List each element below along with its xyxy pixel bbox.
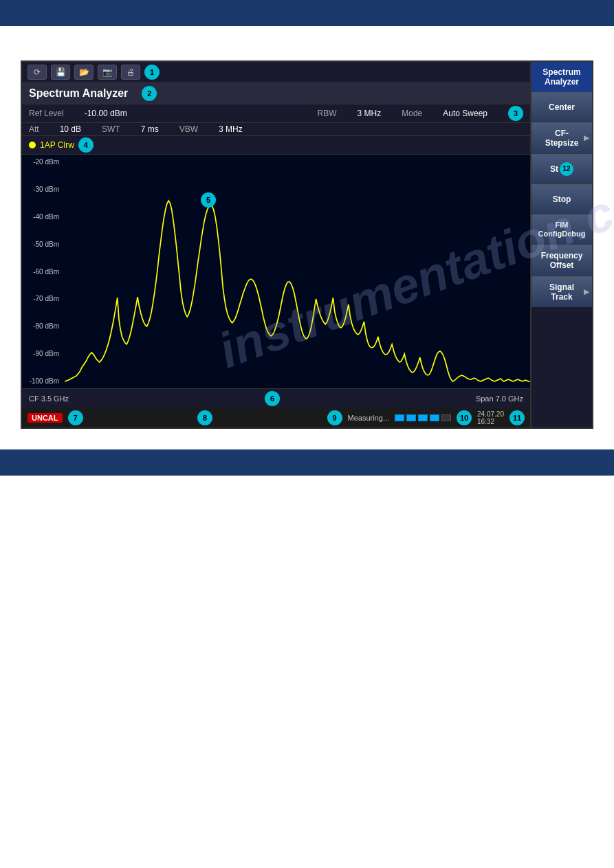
load-icon[interactable]: 📂: [74, 65, 94, 80]
stop-button[interactable]: Stop: [531, 184, 592, 214]
measuring-text: Measuring...: [348, 414, 390, 422]
center-label: Center: [549, 102, 575, 112]
y-label-2: -40 dBm: [25, 213, 62, 221]
y-label-3: -50 dBm: [25, 241, 62, 248]
y-label-7: -90 dBm: [25, 350, 62, 357]
status-bar: UNCAL 7 8 9 Measuring... 10 24.07.2016:3…: [22, 408, 530, 427]
vbw-label: VBW: [179, 124, 198, 134]
print-icon[interactable]: 🖨: [121, 65, 140, 80]
top-bar: [0, 0, 614, 26]
progress-bar: [395, 414, 451, 421]
prog-4: [430, 414, 439, 421]
badge-5: 5: [201, 192, 216, 208]
start-button[interactable]: St 12: [531, 154, 592, 184]
mode-label: Mode: [402, 109, 422, 118]
signal-waveform: [65, 155, 530, 388]
frequency-offset-label: FrequencyOffset: [541, 251, 583, 271]
preset-icon[interactable]: ⟳: [28, 65, 47, 80]
instrument-wrapper: ⟳ 💾 📂 📷 🖨 1 Spectrum Analyzer 2 Ref Leve…: [21, 60, 593, 429]
analyzer-title: Spectrum Analyzer: [29, 87, 128, 100]
y-label-6: -80 dBm: [25, 322, 62, 330]
cf-stepsize-button[interactable]: CF-Stepsize ▶: [531, 122, 592, 154]
y-label-0: -20 dBm: [25, 158, 62, 166]
badge-11: 11: [509, 410, 525, 425]
fim-config-button[interactable]: FIMConfigDebug: [531, 214, 592, 245]
instrument-display: ⟳ 💾 📂 📷 🖨 1 Spectrum Analyzer 2 Ref Leve…: [21, 60, 531, 429]
rbw-label: RBW: [318, 109, 337, 118]
toolbar-row: ⟳ 💾 📂 📷 🖨 1: [22, 62, 530, 83]
trace-dot: [29, 142, 36, 148]
y-label-4: -60 dBm: [25, 268, 62, 276]
bottom-bar: [0, 449, 614, 476]
timestamp: 24.07.2016:32: [477, 410, 504, 425]
badge-9: 9: [327, 410, 342, 425]
x-axis-right: Span 7.0 GHz: [476, 394, 523, 403]
badge-3: 3: [508, 106, 523, 121]
badge-6: 6: [265, 391, 280, 406]
ref-level-label: Ref Level: [29, 109, 64, 118]
prog-2: [406, 414, 416, 421]
badge-7: 7: [68, 410, 83, 425]
swt-value: 7 ms: [141, 124, 159, 134]
center-button[interactable]: Center: [531, 92, 592, 122]
badge-12: 12: [560, 162, 573, 176]
cf-stepsize-arrow: ▶: [584, 134, 589, 142]
cf-stepsize-label: CF-Stepsize: [545, 129, 579, 148]
signal-track-label: SignalTrack: [549, 282, 574, 302]
vbw-value: 3 MHz: [219, 124, 243, 134]
signal-track-button[interactable]: SignalTrack ▶: [531, 276, 592, 308]
fim-config-label: FIMConfigDebug: [538, 221, 585, 238]
rbw-value: 3 MHz: [358, 109, 382, 118]
signal-track-arrow: ▶: [584, 288, 589, 296]
frequency-offset-button[interactable]: FrequencyOffset: [531, 245, 592, 276]
badge-2: 2: [142, 86, 157, 101]
att-label: Att: [29, 124, 39, 134]
badge-4: 4: [78, 137, 94, 153]
screenshot-icon[interactable]: 📷: [98, 65, 117, 80]
y-label-8: -100 dBm: [25, 377, 62, 385]
trace-text: 1AP Clrw: [40, 140, 74, 150]
main-content: ⟳ 💾 📂 📷 🖨 1 Spectrum Analyzer 2 Ref Leve…: [0, 26, 614, 449]
swt-label: SWT: [102, 124, 120, 134]
mode-value: Auto Sweep: [443, 109, 487, 118]
ref-level-value: -10.00 dBm: [85, 109, 127, 118]
right-sidebar: Spectrum Analyzer Center CF-Stepsize ▶ S…: [531, 60, 593, 429]
svg-rect-0: [65, 155, 530, 388]
params-row-2: Att 10 dB SWT 7 ms VBW 3 MHz: [22, 123, 530, 136]
stop-label: Stop: [553, 194, 571, 204]
sidebar-header: Spectrum Analyzer: [531, 62, 592, 92]
chart-area: -20 dBm -30 dBm -40 dBm -50 dBm -60 dBm …: [22, 155, 530, 388]
y-axis-labels: -20 dBm -30 dBm -40 dBm -50 dBm -60 dBm …: [22, 155, 65, 388]
prog-3: [418, 414, 428, 421]
x-axis-bar: CF 3.5 GHz 6 Span 7.0 GHz: [22, 388, 530, 408]
badge-8: 8: [197, 410, 212, 425]
trace-label-row: 1AP Clrw 4: [22, 136, 530, 155]
x-axis-left: CF 3.5 GHz: [29, 394, 69, 403]
y-label-5: -70 dBm: [25, 295, 62, 302]
prog-5: [441, 414, 451, 421]
y-label-1: -30 dBm: [25, 186, 62, 193]
start-label: St: [550, 164, 558, 174]
save-icon[interactable]: 💾: [51, 65, 70, 80]
att-value: 10 dB: [60, 124, 81, 134]
badge-10: 10: [457, 410, 472, 425]
uncal-badge: UNCAL: [28, 413, 63, 423]
badge-1: 1: [144, 65, 160, 80]
info-bar: Spectrum Analyzer 2: [22, 83, 530, 104]
prog-1: [395, 414, 404, 421]
params-row-1: Ref Level -10.00 dBm RBW 3 MHz Mode Auto…: [22, 104, 530, 123]
